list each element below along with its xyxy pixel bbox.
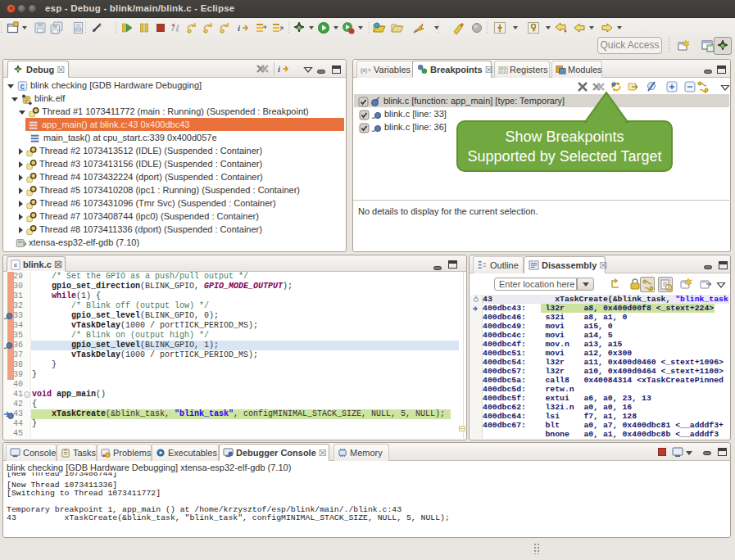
svg-text:i: i: [238, 23, 241, 33]
svg-text:c: c: [14, 262, 18, 269]
svg-text:i: i: [278, 64, 281, 74]
svg-text:C: C: [20, 84, 25, 92]
svg-text:(x): (x): [361, 66, 367, 73]
svg-text:=: =: [368, 66, 371, 72]
svg-text:0101: 0101: [498, 70, 508, 75]
